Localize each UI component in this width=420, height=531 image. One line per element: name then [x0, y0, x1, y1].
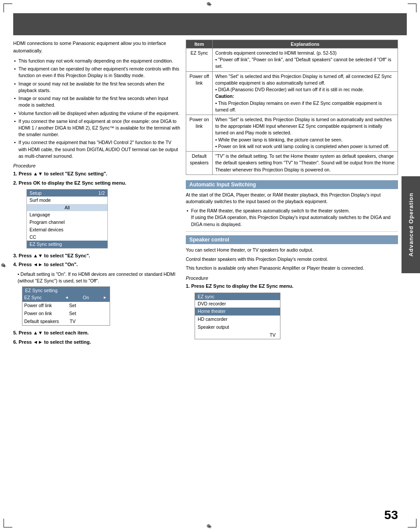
explanation-default-speakers: "TV" is the default setting. To set the … — [213, 152, 398, 175]
ez-sync-dvd: DVD recorder — [195, 300, 280, 308]
page: ⊕ ⊕ ⊕ ⊕ Advanced Operation 53 HDMI conne… — [0, 0, 420, 531]
numbered-steps-2: 3. Press ▲▼ to select "EZ Sync". 4. Pres… — [13, 252, 181, 268]
list-item: For the RAM theater, the speakers automa… — [186, 208, 398, 228]
item-default-speakers: Default speakers — [186, 152, 213, 175]
list-item: Volume function will be displayed when a… — [13, 110, 181, 117]
step-1: 1. Press ▲▼ to select "EZ Sync setting". — [13, 170, 181, 178]
ez-sync-row-1: EZ Sync ◄ On ► — [22, 294, 110, 302]
menu-row-program-channel: Program channel — [27, 219, 107, 226]
ez-sync-hd-camcorder: HD camcorder — [195, 316, 280, 323]
list-item: Image or sound may not be available for … — [13, 81, 181, 94]
menu-row-external-devices: External devices — [27, 226, 107, 234]
setup-menu-label: Setup — [29, 190, 41, 196]
speaker-steps: 1. Press EZ Sync to display the EZ Sync … — [186, 282, 398, 290]
menu-row-ez-sync-setting: EZ Sync setting — [27, 241, 107, 248]
default-speakers-value: TV — [64, 318, 81, 325]
corner-mark-tl — [4, 4, 12, 12]
speaker-step-1: 1. Press EZ Sync to display the EZ Sync … — [186, 282, 398, 290]
corner-mark-br — [408, 519, 416, 527]
ez-sync-title-right: EZ sync — [195, 293, 280, 300]
procedure-label-1: Procedure — [13, 163, 181, 168]
step-5: 5. Press ▲▼ to select each item. — [13, 329, 181, 337]
ez-sync-setting-title: EZ Sync setting — [22, 287, 110, 294]
list-item: If you connect the same kind of equipmen… — [13, 118, 181, 138]
power-off-value: Set — [64, 302, 81, 309]
ez-sync-value: On — [70, 294, 102, 301]
explanation-power-off: When "Set" is selected and this Projecti… — [213, 71, 398, 115]
list-item: Image or sound may not be available for … — [13, 95, 181, 108]
intro-text: HDMI connections to some Panasonic equip… — [13, 40, 181, 54]
cross-mark-left: ⊕ — [1, 262, 8, 269]
power-on-label: Power on link — [24, 310, 64, 317]
ez-sync-home-theater: Home theater — [195, 308, 280, 316]
corner-mark-bl — [4, 519, 12, 527]
ez-sync-speaker-output: Speaker output — [195, 323, 280, 331]
ez-sync-setting-menu: EZ Sync setting EZ Sync ◄ On ► Power off… — [22, 286, 110, 326]
sidebar-tab: Advanced Operation — [402, 176, 420, 273]
setup-menu-page: 1/2 — [98, 190, 105, 196]
item-power-on: Power on link — [186, 115, 213, 151]
speaker-section-header: Speaker control — [186, 235, 398, 244]
ez-sync-row-3: Power on link Set — [22, 310, 110, 318]
table-row-ez-sync: EZ Sync Controls equipment connected to … — [186, 48, 398, 72]
speaker-text-1: You can select Home theater, or TV speak… — [186, 247, 398, 254]
numbered-steps-1: 1. Press ▲▼ to select "EZ Sync setting".… — [13, 170, 181, 186]
table-row-power-off: Power off link When "Set" is selected an… — [186, 71, 398, 115]
info-table: Item Explanations EZ Sync Controls equip… — [186, 40, 398, 175]
header-band — [13, 13, 407, 35]
auto-input-bullets: For the RAM theater, the speakers automa… — [186, 208, 398, 228]
arrow-right-icon: ► — [103, 295, 107, 301]
step-4: 4. Press ◄► to select "On". — [13, 261, 181, 268]
item-ez-sync: EZ Sync — [186, 48, 213, 72]
ez-sync-row-2: Power off link Set — [22, 302, 110, 310]
explanation-power-on: When "Set" is selected, this Projection … — [213, 115, 398, 151]
auto-input-section-header: Automatic Input Switching — [186, 180, 398, 189]
menu-row-all: All — [27, 204, 107, 212]
page-number: 53 — [384, 508, 398, 522]
step-2: 2. Press OK to display the EZ Sync setti… — [13, 179, 181, 187]
power-on-value: Set — [64, 310, 81, 317]
sidebar-tab-label: Advanced Operation — [408, 193, 414, 256]
ez-sync-menu-right: EZ sync DVD recorder Home theater HD cam… — [195, 293, 280, 340]
ez-sync-row-4: Default speakers TV — [22, 318, 110, 326]
menu-row-language: Language — [27, 211, 107, 219]
left-column: HDMI connections to some Panasonic equip… — [13, 40, 181, 509]
setup-menu-title: Setup 1/2 — [27, 189, 107, 197]
arrow-left-icon: ◄ — [65, 295, 69, 301]
corner-mark-tr — [408, 4, 416, 12]
table-row-power-on: Power on link When "Set" is selected, th… — [186, 115, 398, 151]
procedure-label-2: Procedure — [186, 275, 398, 281]
menu-row-cc: CC — [27, 234, 107, 241]
table-header-item: Item — [186, 40, 213, 48]
explanation-ez-sync: Controls equipment connected to HDMI ter… — [213, 48, 398, 72]
numbered-steps-3: 5. Press ▲▼ to select each item. 6. Pres… — [13, 329, 181, 345]
step-6: 6. Press ◄► to select the setting. — [13, 338, 181, 346]
right-column: Item Explanations EZ Sync Controls equip… — [186, 40, 398, 509]
speaker-text-2: Control theater speakers with this Proje… — [186, 256, 398, 263]
ez-sync-tv: TV — [195, 331, 280, 339]
menu-row-surf-mode: Surf mode — [27, 197, 107, 204]
cross-mark-top: ⊕ — [206, 1, 214, 8]
power-off-label: Power off link — [24, 302, 64, 309]
list-item: The equipment can be operated by other e… — [13, 66, 181, 79]
content-area: HDMI connections to some Panasonic equip… — [13, 40, 398, 509]
list-item: This function may not work normally depe… — [13, 58, 181, 64]
table-row-default-speakers: Default speakers "TV" is the default set… — [186, 152, 398, 175]
cross-mark-bottom: ⊕ — [206, 523, 214, 530]
item-power-off: Power off link — [186, 71, 213, 115]
ez-sync-label: EZ Sync — [24, 294, 64, 301]
sub-note: • Default setting is "On". If no HDMI de… — [13, 271, 181, 284]
speaker-text-3: This function is available only when Pan… — [186, 265, 398, 272]
section-divider — [186, 231, 398, 232]
default-speakers-label: Default speakers — [24, 318, 64, 325]
table-header-explanations: Explanations — [213, 40, 398, 48]
auto-input-text-1: At the start of the DIGA, Player theater… — [186, 192, 398, 206]
step-3: 3. Press ▲▼ to select "EZ Sync". — [13, 252, 181, 260]
list-item: If you connect the equipment that has "H… — [13, 139, 181, 160]
setup-menu: Setup 1/2 Surf mode All Language Program… — [26, 189, 108, 249]
bullet-list: This function may not work normally depe… — [13, 58, 181, 160]
